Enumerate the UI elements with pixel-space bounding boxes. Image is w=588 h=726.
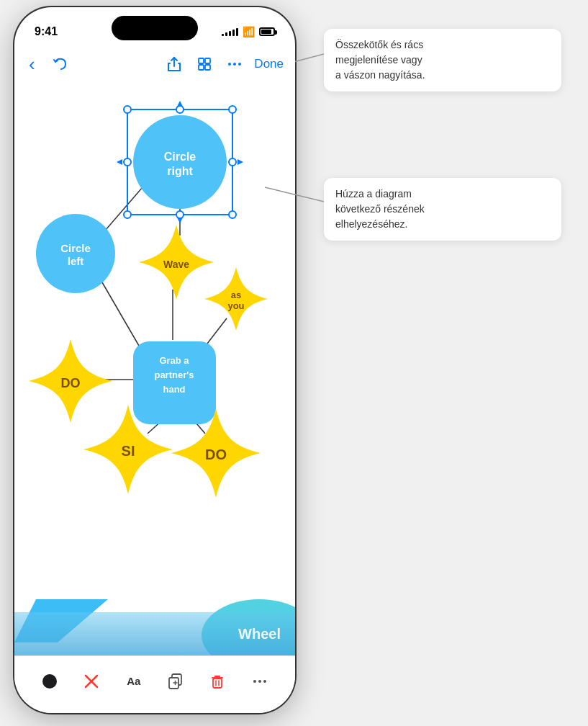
svg-text:Circle: Circle <box>60 242 91 254</box>
svg-point-18 <box>229 106 236 113</box>
grid-button[interactable] <box>194 53 215 75</box>
svg-point-17 <box>124 106 131 113</box>
delete-button[interactable] <box>202 666 233 697</box>
svg-marker-28 <box>117 159 122 165</box>
svg-text:DO: DO <box>205 447 227 462</box>
svg-point-4 <box>228 63 231 66</box>
dot-icon <box>42 674 57 689</box>
back-button[interactable]: ‹ <box>26 50 38 79</box>
svg-rect-2 <box>199 65 204 70</box>
svg-text:hand: hand <box>163 384 185 395</box>
svg-marker-25 <box>177 101 183 107</box>
svg-rect-0 <box>199 58 204 63</box>
svg-line-7 <box>101 182 148 236</box>
cut-button[interactable] <box>76 666 107 697</box>
svg-text:SI: SI <box>122 443 135 459</box>
svg-text:you: you <box>227 300 244 311</box>
svg-line-11 <box>97 274 144 354</box>
svg-line-10 <box>207 318 227 344</box>
svg-point-5 <box>233 63 236 66</box>
toolbar: ‹ <box>14 46 295 82</box>
wheel-label: Wheel <box>238 626 281 642</box>
svg-text:as: as <box>231 290 241 300</box>
battery-icon <box>259 27 275 36</box>
copy-button[interactable] <box>160 666 191 697</box>
text-format-button[interactable]: Aa <box>118 666 150 697</box>
svg-point-19 <box>124 211 131 218</box>
svg-text:Grab a: Grab a <box>159 355 189 366</box>
more-button[interactable] <box>224 53 245 75</box>
status-icons: 📶 <box>222 26 275 37</box>
svg-marker-27 <box>177 218 183 223</box>
annotation-2-text: Húzza a diagramkövetkező részénekelhelye… <box>335 188 425 230</box>
svg-point-20 <box>229 211 236 218</box>
annotations-container: Összekötők és rácsmegjelenítése vagya vá… <box>309 22 561 255</box>
svg-point-55 <box>253 680 256 683</box>
done-button[interactable]: Done <box>254 57 284 71</box>
undo-button[interactable] <box>50 53 71 75</box>
svg-text:DO: DO <box>61 376 81 390</box>
annotation-2: Húzza a diagramkövetkező részénekelhelye… <box>324 178 561 241</box>
annotation-1: Összekötők és rácsmegjelenítése vagya vá… <box>324 29 561 91</box>
phone-frame: 9:41 📶 ‹ <box>14 7 295 713</box>
dynamic-island <box>112 16 198 40</box>
svg-text:partner's: partner's <box>154 369 194 380</box>
svg-rect-52 <box>213 678 222 688</box>
svg-point-21 <box>176 106 184 113</box>
options-button[interactable] <box>244 666 276 697</box>
svg-text:Wave: Wave <box>163 259 189 270</box>
svg-rect-1 <box>205 58 210 63</box>
svg-rect-3 <box>205 65 210 70</box>
canvas-area[interactable]: Circle right Circle left Wave as you Gra… <box>14 82 295 655</box>
svg-marker-26 <box>238 159 243 165</box>
dot-button[interactable] <box>34 666 65 697</box>
toolbar-left: ‹ <box>26 50 71 79</box>
svg-text:Circle: Circle <box>164 151 196 163</box>
svg-text:left: left <box>68 255 84 267</box>
text-icon: Aa <box>127 675 140 687</box>
svg-point-57 <box>263 680 266 683</box>
wifi-icon: 📶 <box>243 26 255 37</box>
share-button[interactable] <box>163 53 185 75</box>
svg-point-6 <box>238 63 241 66</box>
bottom-wave: Wheel <box>14 612 295 655</box>
annotation-1-text: Összekötők és rácsmegjelenítése vagya vá… <box>335 39 425 81</box>
svg-point-22 <box>176 211 184 218</box>
svg-point-56 <box>258 680 261 683</box>
svg-point-23 <box>124 158 131 166</box>
diagram-svg: Circle right Circle left Wave as you Gra… <box>14 82 295 655</box>
svg-text:right: right <box>167 165 193 177</box>
signal-icon <box>222 27 238 36</box>
bottom-toolbar: Aa <box>14 655 295 713</box>
svg-rect-37 <box>133 341 216 424</box>
svg-point-24 <box>229 158 236 166</box>
toolbar-right: Done <box>163 53 284 75</box>
status-time: 9:41 <box>35 25 58 38</box>
